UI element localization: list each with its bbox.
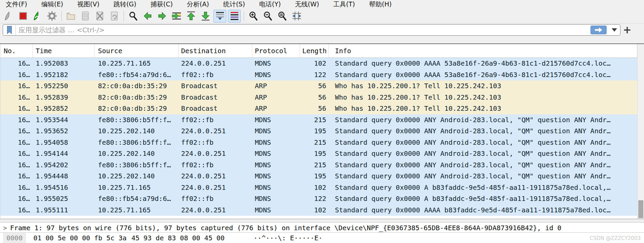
bookmark-icon[interactable]: [3, 25, 16, 35]
packet-no: 16…: [0, 137, 33, 148]
packet-row[interactable]: 16… 1.952839 82:c0:0a:db:35:29 Broadcast…: [0, 92, 637, 103]
packet-source: 10.225.71.165: [95, 205, 179, 216]
packet-time: 1.953652: [33, 126, 95, 137]
packet-destination: Broadcast: [179, 92, 252, 103]
hex-dump-row[interactable]: 000001 00 5e 00 00 fb 5c 3a45 93 de 83 0…: [0, 233, 644, 243]
packet-no: 16…: [0, 160, 33, 171]
packet-rows: 16… 1.952083 10.225.71.165 224.0.0.251 M…: [0, 58, 637, 216]
zoom-out-button[interactable]: [261, 10, 274, 23]
packet-row[interactable]: 16… 1.955025 fe80::fb54:a79d:6… ff02::fb…: [0, 193, 637, 205]
menu-item[interactable]: 跳转(G): [108, 0, 141, 9]
packet-row[interactable]: 16… 1.953544 fe80::3806:b5ff:f… ff02::fb…: [0, 114, 637, 126]
packet-row[interactable]: 16… 1.955111 10.225.71.165 224.0.0.251 M…: [0, 205, 637, 216]
auto-scroll-icon: [215, 11, 225, 21]
packet-row[interactable]: 16… 1.952250 82:c0:0a:db:35:29 Broadcast…: [0, 80, 637, 92]
menu-item[interactable]: 编辑(E): [36, 0, 68, 9]
menu-item[interactable]: 视图(V): [72, 0, 105, 9]
packet-time: 1.952182: [33, 69, 95, 81]
menu-item[interactable]: 工具(T): [328, 0, 360, 9]
packet-row[interactable]: 16… 1.952852 82:c0:0a:db:35:29 Broadcast…: [0, 103, 637, 114]
packet-protocol: ARP: [252, 103, 300, 114]
packet-row[interactable]: 16… 1.952083 10.225.71.165 224.0.0.251 M…: [0, 58, 637, 69]
packet-row[interactable]: 16… 1.954516 10.225.71.165 224.0.0.251 M…: [0, 182, 637, 194]
column-header-time[interactable]: Time: [33, 44, 95, 58]
restart-capture-button[interactable]: [31, 10, 44, 23]
column-header-info[interactable]: Info: [329, 44, 637, 58]
find-packet-button[interactable]: [127, 10, 139, 23]
packet-destination: ff02::fb: [179, 69, 252, 81]
column-header-protocol[interactable]: Protocol: [252, 44, 300, 58]
scrollbar-thumb[interactable]: [638, 200, 643, 218]
menu-item[interactable]: 分析(A): [182, 0, 214, 9]
hex-bytes-left: 01 00 5e 00 00 fb 5c 3a: [33, 234, 127, 242]
column-header-source[interactable]: Source: [95, 44, 179, 58]
column-header-length[interactable]: Length: [300, 44, 329, 58]
apply-arrow-icon: [594, 27, 603, 33]
go-forward-button[interactable]: [156, 10, 168, 23]
capture-options-button[interactable]: [45, 10, 58, 23]
resize-columns-button[interactable]: [290, 10, 303, 23]
packet-no: 16…: [0, 103, 33, 114]
packet-length: 102: [300, 205, 329, 216]
vertical-scrollbar[interactable]: [637, 44, 644, 219]
last-packet-button[interactable]: [199, 10, 212, 23]
filter-input[interactable]: [16, 25, 590, 35]
packet-row[interactable]: 16… 1.953652 10.225.202.140 224.0.0.251 …: [0, 126, 637, 137]
filter-bar: +: [0, 24, 644, 36]
column-header-destination[interactable]: Destination: [179, 44, 252, 58]
packet-row[interactable]: 16… 1.954202 fe80::3806:b5ff:f… ff02::fb…: [0, 160, 637, 171]
packet-time: 1.954202: [33, 160, 95, 171]
packet-length: 122: [300, 69, 329, 81]
add-filter-button[interactable]: +: [620, 24, 634, 36]
menu-item[interactable]: 捕获(C): [145, 0, 178, 9]
packet-info: Standard query 0x0000 ANY Android-283.lo…: [329, 114, 637, 126]
svg-text:0111: 0111: [83, 17, 88, 20]
packet-length: 215: [300, 160, 329, 171]
apply-filter-button[interactable]: [590, 26, 607, 34]
packet-protocol: MDNS: [252, 182, 300, 194]
filter-dropdown-caret[interactable]: [610, 26, 619, 34]
save-file-button[interactable]: 010101100111: [79, 10, 92, 23]
packet-info: Standard query 0x0000 ANY Android-283.lo…: [329, 171, 637, 182]
packet-time: 1.954144: [33, 148, 95, 160]
menu-bar: 文件(F) 编辑(E) 视图(V) 跳转(G) 捕获(C) 分析(A) 统计(S…: [0, 0, 644, 9]
column-header-no[interactable]: No.: [0, 44, 33, 58]
open-file-button[interactable]: [64, 10, 77, 23]
menu-item[interactable]: 无线(W): [290, 0, 324, 9]
packet-row[interactable]: 16… 1.952182 fe80::fb54:a79d:6… ff02::fb…: [0, 69, 637, 81]
go-back-button[interactable]: [141, 10, 154, 23]
packet-row[interactable]: 16… 1.954058 fe80::3806:b5ff:f… ff02::fb…: [0, 137, 637, 148]
packet-length: 56: [300, 103, 329, 114]
menu-item[interactable]: 电话(Y): [254, 0, 286, 9]
reload-file-button[interactable]: [108, 10, 121, 23]
start-capture-button[interactable]: [2, 10, 15, 23]
packet-length: 195: [300, 148, 329, 160]
go-to-packet-button[interactable]: [170, 10, 183, 23]
packet-row[interactable]: 16… 1.954448 10.225.202.140 224.0.0.251 …: [0, 171, 637, 182]
expander-icon[interactable]: >: [0, 222, 10, 233]
menu-item[interactable]: 统计(S): [218, 0, 250, 9]
menu-item[interactable]: 文件(F): [1, 0, 32, 9]
close-file-button[interactable]: [93, 10, 106, 23]
first-packet-button[interactable]: [184, 10, 197, 23]
packet-info: Standard query 0x0000 AAAA b83faddc-9e5d…: [329, 205, 637, 216]
zoom-in-button[interactable]: [247, 10, 260, 23]
packet-source: 10.225.202.140: [95, 171, 179, 182]
packet-row[interactable]: 16… 1.954144 10.225.202.140 224.0.0.251 …: [0, 148, 637, 160]
auto-scroll-button[interactable]: [213, 10, 226, 23]
arrow-up-bar-icon: [186, 11, 196, 21]
pane-splitter[interactable]: [0, 219, 644, 222]
stop-capture-button[interactable]: [16, 10, 29, 23]
packet-source: fe80::3806:b5ff:f…: [95, 160, 179, 171]
menu-item[interactable]: 帮助(H): [364, 0, 397, 9]
packet-source: 10.225.202.140: [95, 148, 179, 160]
colorize-packets-button[interactable]: [228, 10, 241, 23]
zoom-reset-button[interactable]: [276, 10, 289, 23]
packet-time: 1.952852: [33, 103, 95, 114]
packet-protocol: MDNS: [252, 137, 300, 148]
packet-info: Standard query 0x0000 AAAA 53a8e16f-26a9…: [329, 58, 637, 69]
packet-info: Who has 10.225.200.1? Tell 10.225.242.10…: [329, 80, 637, 92]
packet-destination: Broadcast: [179, 103, 252, 114]
packet-detail-row[interactable]: >Frame 1: 97 bytes on wire (776 bits), 9…: [0, 222, 644, 233]
packet-no: 16…: [0, 182, 33, 194]
